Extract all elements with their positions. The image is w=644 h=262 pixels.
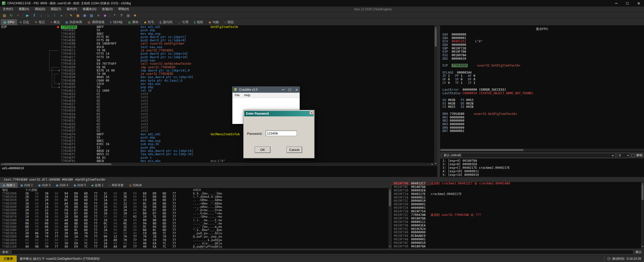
disasm-row[interactable]: 77054EFC8D55 CClea edx,dword ptr ss:[ebp… [0, 153, 434, 156]
dump-tab-memory-5[interactable]: ▦内存 5 [71, 182, 89, 188]
stack-row[interactable]: 0019F72000000001 [392, 203, 641, 206]
scroll-down-icon[interactable] [435, 163, 437, 165]
dump-row[interactable]: 776D11004098707740E97C7750A96F7740EA7C77… [0, 245, 388, 248]
register-row[interactable]: EDX 00000000 [442, 43, 533, 47]
register-row[interactable]: CF 0 TF 1 IF 1 [442, 81, 533, 85]
register-row[interactable]: ESP 0019F708 [442, 50, 533, 54]
disasm-row[interactable]: 77054EECCCint3 [0, 119, 434, 122]
disasm-row[interactable]: 77054ED674 06je user32.77054EDE [0, 72, 434, 76]
disasm-row[interactable]: 77054EE8CCint3 [0, 106, 434, 109]
stack-row[interactable]: 0019F74000000000 [392, 231, 641, 234]
step-into-icon[interactable]: ↓ [38, 13, 44, 18]
dump-panel[interactable]: 地址 十六进制 ASCII 776D10003600380094D96D771C… [0, 188, 388, 248]
disasm-row[interactable]: 77054EB255push ebp [0, 29, 434, 32]
disasm-row[interactable]: 77054EE7CCint3 [0, 103, 434, 106]
dump-row[interactable]: 776D108028002800A08D6D7716001600808D6D77… [0, 219, 388, 222]
register-row[interactable]: EDI 80006010 [442, 57, 533, 61]
register-row[interactable] [442, 95, 533, 99]
menubar-item[interactable]: 跟踪(T) [48, 7, 64, 12]
disassembly-panel[interactable]: EIP77054EB08BFFmov edi,ediGetDlgItemText… [0, 25, 434, 163]
disasm-row[interactable]: 77054EB8FF75 08push dword ptr ss:[ebp+8] [0, 39, 434, 42]
stack-row[interactable]: 0019F738000003EA [392, 224, 641, 227]
scrollbar-thumb[interactable] [641, 185, 643, 200]
tab-notes[interactable]: ✎笔记 [32, 19, 48, 25]
tab-threads[interactable]: ∥线程 [191, 19, 206, 25]
register-row[interactable]: OF 0 SF 0 DF 0 [442, 78, 533, 81]
stack-row[interactable]: 0019F71800000011 [392, 196, 641, 200]
register-row[interactable]: EBP 0019F728 [442, 47, 533, 50]
registers-horizontal-scrollbar[interactable] [440, 149, 644, 151]
disasm-row[interactable]: 77054ED2837D 14 00cmp dword ptr ss:[ebp+… [0, 69, 434, 72]
register-row[interactable]: DR0 77054EB0 <user32.GetDlgItemTextA> [442, 112, 533, 116]
disasm-row[interactable]: 77054ED0EB 0Ejmp user32.77054EE0 [0, 66, 434, 69]
tab-log[interactable]: ≡日志 [17, 19, 32, 25]
breakpoint-icon[interactable] [57, 26, 59, 28]
search-icon[interactable]: ◎ [125, 13, 131, 18]
stop-icon[interactable]: × [15, 13, 21, 18]
stack-row[interactable]: 0019F74800000001 [392, 238, 641, 241]
dialog-close-button[interactable] [309, 111, 314, 115]
stack-row[interactable]: 0019F73C0019C924 [392, 227, 641, 231]
step-out-icon[interactable]: ↑ [52, 13, 58, 18]
disasm-row[interactable]: 77054EB38BECmov ebp,esp [0, 32, 434, 36]
stack-row[interactable]: 0019F70C0018078A [392, 185, 641, 189]
disasm-row[interactable]: 77054F018BCBmov ecx,ebxecx:L"è" [0, 159, 434, 163]
register-row[interactable]: DR2 00000000 [442, 119, 533, 123]
disasm-row[interactable]: 77054EF38BECmov ebp,esp [0, 139, 434, 143]
stack-vertical-scrollbar[interactable] [641, 182, 644, 248]
dump-tab-locals[interactable]: ≈局部变量 [106, 182, 127, 188]
disasm-row[interactable]: 77054EF08BFFmov edi,ediGetMenuItemInfoA [0, 133, 434, 136]
dump-row[interactable]: 776D10D040187077501A707790127077701B7077… [0, 235, 388, 238]
tab-source[interactable]: {}源代码 [157, 19, 175, 25]
memory-map-icon[interactable]: ▦ [88, 13, 95, 18]
disasm-row[interactable]: 77054EEDCCint3 [0, 123, 434, 126]
stack-row[interactable]: 0019F73400000111 [392, 220, 641, 224]
menubar-item[interactable]: 帮助(H) [115, 7, 132, 12]
argument-row[interactable]: 2: [esp+8] 000003E8 [440, 162, 644, 166]
scroll-up-icon[interactable] [641, 182, 643, 184]
register-row[interactable]: LastError 00000000 (ERROR_SUCCESS) [442, 88, 533, 92]
run-icon[interactable]: ▶ [24, 13, 31, 18]
stack-row[interactable]: 0019F710000003E8 [392, 189, 641, 192]
disasm-row[interactable]: 77054EF255push ebp [0, 136, 434, 139]
crackme-title-bar[interactable]: CrackMe v2.0 [232, 87, 300, 93]
disasm-row[interactable]: EIP77054EB08BFFmov edi,ediGetDlgItemText… [0, 25, 434, 29]
disasm-row[interactable]: 77054EF853push ebx [0, 146, 434, 149]
disasm-row[interactable]: 77054EEECCint3 [0, 126, 434, 129]
stack-row[interactable]: 0019F7280019F754 [392, 210, 641, 213]
disasm-row[interactable]: 77054EB5FF75 0Cpush dword ptr ss:[ebp+C] [0, 36, 434, 39]
favourites-icon[interactable]: ★ [132, 13, 138, 18]
disasm-row[interactable]: 77054EE6CCint3 [0, 99, 434, 103]
dump-row[interactable]: 776D109008000800A88D6D770C000E00948D6D77… [0, 222, 388, 225]
disasm-row[interactable]: 77054EEBCCint3 [0, 116, 434, 119]
disasm-row[interactable]: 77054EE05Dpop ebp [0, 86, 434, 89]
register-row[interactable]: EIP 77054EB0 <user32.GetDlgItemTextA> [442, 64, 533, 68]
register-row[interactable]: EAX 00000000 [442, 33, 533, 37]
tab-seh[interactable]: §SEH链 [107, 19, 125, 25]
register-row[interactable]: EFLAGS 00000344 [442, 71, 533, 75]
run-to-cursor-icon[interactable]: » [58, 13, 65, 18]
edit-icon[interactable]: ✎ [68, 13, 74, 18]
disasm-row[interactable]: 77054ECA50push eax [0, 59, 434, 62]
command-profile[interactable]: 默认 [636, 250, 642, 254]
disasm-row[interactable]: 77054EEACCint3 [0, 113, 434, 116]
register-row[interactable]: GS 002B FS 0053 [442, 99, 533, 102]
open-file-icon[interactable]: ▤ [1, 13, 8, 18]
register-row[interactable] [442, 85, 533, 88]
tab-cpu[interactable]: ▦CPU [1, 19, 17, 25]
register-row[interactable]: CS 0023 SS 002B [442, 105, 533, 109]
scroll-down-icon[interactable] [389, 246, 391, 248]
scrollbar-thumb[interactable] [389, 191, 391, 206]
dialog-title-bar[interactable]: Enter Password [244, 111, 314, 116]
disasm-row[interactable]: 77054EE5CCint3 [0, 96, 434, 99]
restart-icon[interactable]: ↻ [8, 13, 14, 18]
stack-row[interactable]: 0019F72C770047AB返回到 user32.770047AB 自 ??… [392, 213, 641, 217]
scrollbar-thumb[interactable] [440, 149, 524, 151]
tab-handles[interactable]: ◉句柄 [206, 19, 222, 25]
scrollbar-thumb[interactable] [3, 163, 111, 165]
disasm-row[interactable]: 77054EFF6A 01push 1 [0, 156, 434, 159]
argument-row[interactable]: 3: [esp+C] 0040217E crackme2.0040217E [440, 166, 644, 170]
disasm-row[interactable]: 77054EF583EC 34sub esp,34 [0, 143, 434, 146]
tab-trace[interactable]: »跟踪 [222, 19, 236, 25]
crackme-maximize-button[interactable] [287, 87, 293, 93]
